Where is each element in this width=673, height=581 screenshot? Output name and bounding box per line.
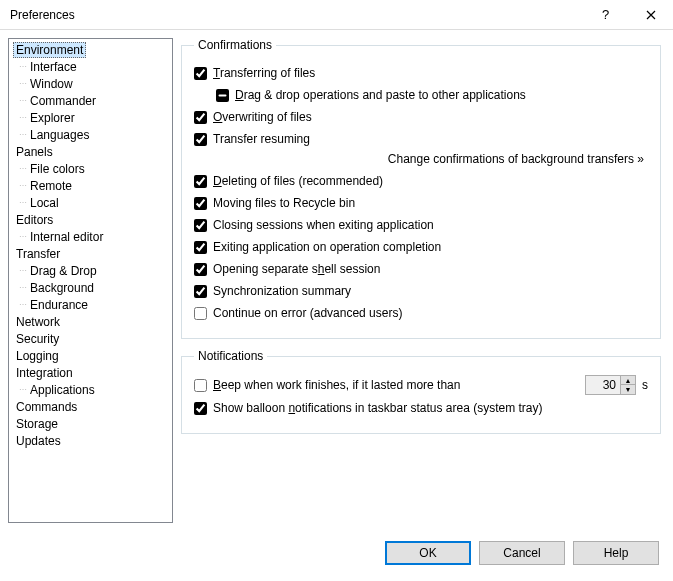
cb-closing[interactable]	[194, 219, 207, 232]
tree-item-label: Window	[27, 77, 76, 91]
cb-recycle[interactable]	[194, 197, 207, 210]
tree-item-label: Environment	[13, 42, 86, 58]
notifications-legend: Notifications	[194, 349, 267, 363]
tree-item-drag-drop[interactable]: ⋯Drag & Drop	[9, 262, 172, 279]
tree-item-label: Security	[13, 332, 62, 346]
tree-item-label: Background	[27, 281, 97, 295]
cancel-button[interactable]: Cancel	[479, 541, 565, 565]
cb-exiting[interactable]	[194, 241, 207, 254]
lbl-recycle: Moving files to Recycle bin	[213, 196, 355, 210]
lbl-beep: Beep when work finishes, if it lasted mo…	[213, 378, 460, 392]
tree-item-editors[interactable]: Editors	[9, 211, 172, 228]
tree-item-label: Network	[13, 315, 63, 329]
cb-continue[interactable]	[194, 307, 207, 320]
beep-unit: s	[642, 378, 648, 392]
spin-down-icon[interactable]: ▼	[620, 385, 635, 394]
tree-item-integration[interactable]: Integration	[9, 364, 172, 381]
beep-seconds-input[interactable]	[586, 378, 620, 392]
window-title: Preferences	[10, 8, 583, 22]
tree-item-languages[interactable]: ⋯Languages	[9, 126, 172, 143]
tree-item-security[interactable]: Security	[9, 330, 172, 347]
tree-item-applications[interactable]: ⋯Applications	[9, 381, 172, 398]
tree-item-label: Logging	[13, 349, 62, 363]
tree-item-label: Interface	[27, 60, 80, 74]
cb-beep[interactable]	[194, 379, 207, 392]
tree-item-commander[interactable]: ⋯Commander	[9, 92, 172, 109]
tree-item-local[interactable]: ⋯Local	[9, 194, 172, 211]
confirmations-legend: Confirmations	[194, 38, 276, 52]
tree-item-commands[interactable]: Commands	[9, 398, 172, 415]
tree-item-transfer[interactable]: Transfer	[9, 245, 172, 262]
cb-deleting[interactable]	[194, 175, 207, 188]
lbl-deleting: Deleting of files (recommended)	[213, 174, 383, 188]
tree-item-label: Internal editor	[27, 230, 106, 244]
tree-item-storage[interactable]: Storage	[9, 415, 172, 432]
tree-item-panels[interactable]: Panels	[9, 143, 172, 160]
tree-item-label: Editors	[13, 213, 56, 227]
cb-transferring[interactable]	[194, 67, 207, 80]
tree-item-network[interactable]: Network	[9, 313, 172, 330]
tree-item-remote[interactable]: ⋯Remote	[9, 177, 172, 194]
tree-item-label: Storage	[13, 417, 61, 431]
tree-item-logging[interactable]: Logging	[9, 347, 172, 364]
close-button[interactable]	[628, 0, 673, 30]
tree-item-window[interactable]: ⋯Window	[9, 75, 172, 92]
tree-item-label: Applications	[27, 383, 98, 397]
lbl-transferring: Transferring of files	[213, 66, 315, 80]
lbl-overwriting: Overwriting of files	[213, 110, 312, 124]
tree-item-explorer[interactable]: ⋯Explorer	[9, 109, 172, 126]
tree-item-label: Endurance	[27, 298, 91, 312]
tree-item-environment[interactable]: Environment	[9, 41, 172, 58]
tree-item-label: Drag & Drop	[27, 264, 100, 278]
cb-balloon[interactable]	[194, 402, 207, 415]
tree-item-label: Transfer	[13, 247, 63, 261]
tree-item-label: Languages	[27, 128, 92, 142]
tree-item-label: Commander	[27, 94, 99, 108]
spin-up-icon[interactable]: ▲	[620, 376, 635, 385]
cb-overwriting[interactable]	[194, 111, 207, 124]
cb-resuming[interactable]	[194, 133, 207, 146]
titlebar: Preferences ?	[0, 0, 673, 30]
tree-item-label: Integration	[13, 366, 76, 380]
tree-item-endurance[interactable]: ⋯Endurance	[9, 296, 172, 313]
dialog-footer: OK Cancel Help	[0, 531, 673, 575]
help-button-footer[interactable]: Help	[573, 541, 659, 565]
tree-item-background[interactable]: ⋯Background	[9, 279, 172, 296]
cb-sync[interactable]	[194, 285, 207, 298]
cb-shell[interactable]	[194, 263, 207, 276]
tree-item-label: Updates	[13, 434, 64, 448]
nav-tree[interactable]: Environment⋯Interface⋯Window⋯Commander⋯E…	[8, 38, 173, 523]
tree-item-label: Commands	[13, 400, 80, 414]
lbl-exiting: Exiting application on operation complet…	[213, 240, 441, 254]
lbl-resuming: Transfer resuming	[213, 132, 310, 146]
tree-item-label: Explorer	[27, 111, 78, 125]
tree-item-updates[interactable]: Updates	[9, 432, 172, 449]
content-pane: Confirmations Transferring of files Drag…	[173, 30, 673, 531]
lbl-balloon: Show balloon notifications in taskbar st…	[213, 401, 543, 415]
tree-item-file-colors[interactable]: ⋯File colors	[9, 160, 172, 177]
notifications-group: Notifications Beep when work finishes, i…	[181, 349, 661, 434]
beep-seconds-spinner[interactable]: ▲▼	[585, 375, 636, 395]
lbl-shell: Opening separate shell session	[213, 262, 380, 276]
confirmations-group: Confirmations Transferring of files Drag…	[181, 38, 661, 339]
tree-item-internal-editor[interactable]: ⋯Internal editor	[9, 228, 172, 245]
ok-button[interactable]: OK	[385, 541, 471, 565]
lbl-continue: Continue on error (advanced users)	[213, 306, 402, 320]
tree-item-label: File colors	[27, 162, 88, 176]
tree-item-label: Remote	[27, 179, 75, 193]
tree-item-label: Local	[27, 196, 62, 210]
lbl-dragdrop: Drag & drop operations and paste to othe…	[235, 88, 526, 102]
tree-item-label: Panels	[13, 145, 56, 159]
help-button[interactable]: ?	[583, 0, 628, 30]
lbl-sync: Synchronization summary	[213, 284, 351, 298]
lbl-closing: Closing sessions when exiting applicatio…	[213, 218, 434, 232]
bg-transfers-link[interactable]: Change confirmations of background trans…	[194, 152, 648, 166]
cb-dragdrop[interactable]	[216, 89, 229, 102]
tree-item-interface[interactable]: ⋯Interface	[9, 58, 172, 75]
